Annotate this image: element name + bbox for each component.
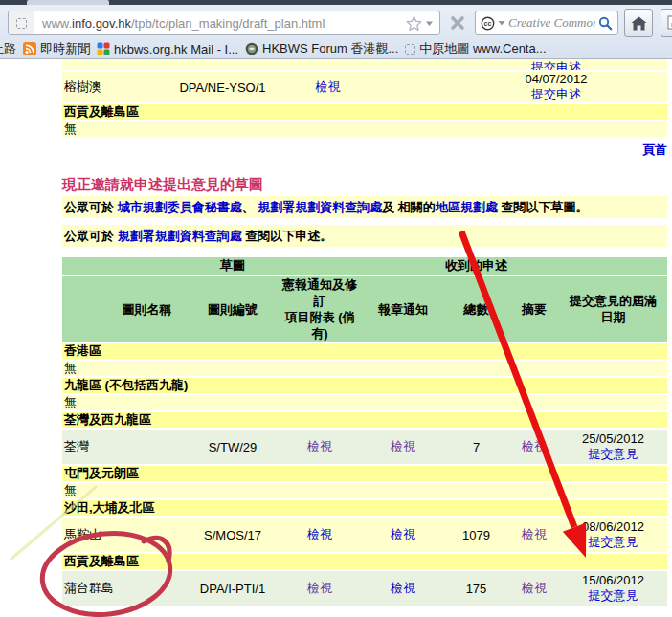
press-view-link[interactable]: 檢視 <box>391 439 415 453</box>
empty-row: 無 <box>62 483 667 500</box>
district-section-header: 荃灣及西九龍區 <box>62 412 667 430</box>
summary-view-link[interactable]: 檢視 <box>522 581 547 595</box>
stop-button[interactable] <box>446 11 469 34</box>
default-favicon-icon <box>405 44 415 55</box>
url-domain: info.gov.hk <box>72 16 131 31</box>
group-header-received: 收到的申述 <box>443 257 509 275</box>
planning-enquiry-link[interactable]: 規劃署規劃資料查詢處 <box>118 229 242 243</box>
search-engine-dropdown-icon[interactable] <box>498 20 505 26</box>
table-row: 馬鞍山 S/MOS/17 檢視 檢視 1079 檢視 08/06/2012 提交… <box>62 518 667 554</box>
deadline-date: 04/07/2012 <box>464 72 648 87</box>
table-column-headers: 圖則名稱 圖則編號 憲報通知及修訂 項目附表 (倘有) 報章通知 總數 摘要 提… <box>62 276 667 343</box>
district-planning-office-link[interactable]: 地區規劃處 <box>436 200 498 214</box>
site-identity-box[interactable] <box>9 11 34 34</box>
url-path: /tpb/tc/plan_making/draft_plan.html <box>131 16 325 31</box>
home-icon <box>631 16 647 31</box>
address-bar[interactable]: www.info.gov.hk/tpb/tc/plan_making/draft… <box>8 11 440 35</box>
active-tab-edge[interactable] <box>27 0 109 5</box>
plan-name: 榕樹澳 <box>62 78 177 96</box>
table-row-partial: 提交申述 <box>62 59 667 72</box>
svg-text:cc: cc <box>484 20 492 27</box>
plan-name: 荃灣 <box>62 438 189 455</box>
column-header: 圖則名稱 <box>62 301 189 318</box>
bookmark-label: 中原地圖 www.Centa... <box>419 40 546 57</box>
browser-chrome: www.info.gov.hk/tpb/tc/plan_making/draft… <box>0 0 672 59</box>
submit-comment-link[interactable]: 提交意見 <box>589 588 638 603</box>
district-section-header: 西貢及離島區 <box>62 554 667 571</box>
submit-representation-link[interactable]: 提交申述 <box>531 87 581 101</box>
column-header: 提交意見的屆滿 日期 <box>559 293 667 325</box>
submit-comment-link[interactable]: 提交意見 <box>589 535 638 549</box>
comments-plans-table: 草圖 收到的申述 圖則名稱 圖則編號 憲報通知及修訂 項目附表 (倘有) 報章通… <box>62 257 667 607</box>
bookmark-star-icon[interactable] <box>406 15 422 32</box>
notice-paragraph: 公眾可於 規劃署規劃資料查詢處 查閱以下申述。 <box>62 225 667 247</box>
bookmark-label: hkbws.org.hk Mail - I... <box>114 42 238 56</box>
creative-commons-engine-icon[interactable]: cc <box>481 16 495 31</box>
press-view-link[interactable]: 檢視 <box>391 527 415 541</box>
plan-number: S/MOS/17 <box>189 528 277 542</box>
hkbws-forum-icon <box>245 42 258 55</box>
bookmark-item[interactable]: 即時新聞 <box>23 40 90 57</box>
bookmark-item[interactable]: 上路 <box>0 40 16 57</box>
back-to-top-link[interactable]: 頁首 <box>642 143 667 157</box>
submit-comment-link[interactable]: 提交意見 <box>589 447 638 461</box>
district-section-header: 屯門及元朗區 <box>62 466 667 483</box>
district-section-header: 香港區 <box>62 343 667 361</box>
bookmarks-toolbar: 上路 即時新聞 hkbws.org.hk Mail - I... <box>0 38 672 59</box>
gazette-view-link[interactable]: 檢視 <box>316 79 341 94</box>
search-bar[interactable]: cc Creative Commor <box>475 11 618 35</box>
column-header: 圖則編號 <box>189 301 277 318</box>
rss-feed-icon <box>23 42 36 55</box>
table-row: 榕樹澳 DPA/NE-YSO/1 檢視 04/07/2012 提交申述 <box>62 72 667 104</box>
search-magnifier-icon[interactable] <box>598 16 613 31</box>
plan-name: 馬鞍山 <box>62 526 189 543</box>
empty-row: 無 <box>62 121 667 139</box>
total-count: 1079 <box>443 528 509 542</box>
bookmark-label: HKBWS Forum 香港觀... <box>262 40 398 57</box>
bookmark-import-icon <box>666 15 672 32</box>
empty-row: 無 <box>62 395 667 412</box>
home-button[interactable] <box>624 9 653 37</box>
bookmark-item[interactable]: 中原地圖 www.Centa... <box>405 40 546 57</box>
web-page-content: 提交申述 榕樹澳 DPA/NE-YSO/1 檢視 04/07/2012 提交申述… <box>0 59 672 617</box>
empty-row: 無 <box>62 361 667 378</box>
deadline-date: 15/06/2012 <box>559 573 667 588</box>
table-group-header: 草圖 收到的申述 <box>62 257 667 276</box>
url-text[interactable]: www.info.gov.hk/tpb/tc/plan_making/draft… <box>34 16 406 31</box>
page-section-title: 現正邀請就申述提出意見的草圖 <box>62 176 672 194</box>
back-to-top: 頁首 <box>0 142 667 159</box>
notice-paragraph: 公眾可於 城市規劃委員會秘書處、 規劃署規劃資料查詢處及 相關的地區規劃處 查閱… <box>62 196 667 218</box>
bookmark-item[interactable]: HKBWS Forum 香港觀... <box>245 40 398 57</box>
submit-representation-link[interactable]: 提交申述 <box>531 60 581 72</box>
google-mail-icon <box>97 42 110 55</box>
district-section-header: 沙田,大埔及北區 <box>62 500 667 518</box>
bookmark-item[interactable]: hkbws.org.hk Mail - I... <box>97 42 238 56</box>
bookmark-label: 上路 <box>0 40 16 57</box>
group-header-draft: 草圖 <box>189 257 277 275</box>
table-row: 蒲台群島 DPA/I-PTI/1 檢視 檢視 175 檢視 15/06/2012… <box>62 571 667 607</box>
gazette-view-link[interactable]: 檢視 <box>307 581 332 595</box>
search-input[interactable]: Creative Commor <box>508 15 595 31</box>
total-count: 7 <box>443 440 509 454</box>
press-view-link[interactable]: 檢視 <box>391 581 415 595</box>
table-row: 荃灣 S/TW/29 檢視 檢視 7 檢視 25/05/2012 提交意見 <box>62 430 667 466</box>
url-dropdown-icon[interactable] <box>425 20 434 27</box>
gazette-view-link[interactable]: 檢視 <box>307 439 332 453</box>
gazette-view-link[interactable]: 檢視 <box>307 527 332 541</box>
default-favicon-icon <box>16 18 27 29</box>
summary-view-link[interactable]: 檢視 <box>522 527 547 541</box>
plan-number: S/TW/29 <box>189 440 277 454</box>
district-section-header: 西貢及離島區 <box>62 104 667 121</box>
planning-enquiry-link[interactable]: 規劃署規劃資料查詢處 <box>258 200 382 214</box>
summary-view-link[interactable]: 檢視 <box>522 439 547 453</box>
column-header: 摘要 <box>509 301 559 318</box>
deadline-date: 08/06/2012 <box>559 519 667 535</box>
plan-number: DPA/I-PTI/1 <box>189 582 277 596</box>
stop-x-icon <box>450 15 465 31</box>
bookmarks-panel-button[interactable] <box>661 9 672 37</box>
column-header: 憲報通知及修訂 項目附表 (倘有) <box>277 276 363 342</box>
column-header: 總數 <box>443 301 509 318</box>
total-count: 175 <box>443 582 509 596</box>
deadline-date: 25/05/2012 <box>559 431 667 447</box>
tpb-secretariat-link[interactable]: 城市規劃委員會秘書處 <box>118 200 242 214</box>
